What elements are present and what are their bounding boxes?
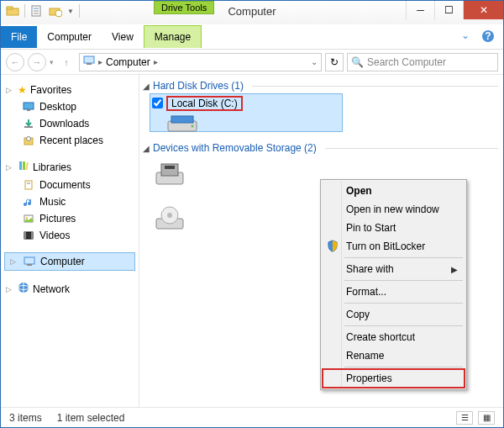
- devices-group-header[interactable]: ◢ Devices with Removable Storage (2): [139, 137, 503, 156]
- ctx-create-shortcut[interactable]: Create shortcut: [323, 328, 465, 346]
- refresh-button[interactable]: ↻: [325, 53, 344, 71]
- hdd-group-header[interactable]: ◢ Hard Disk Drives (1): [139, 75, 503, 93]
- recent-locations-icon[interactable]: ▾: [50, 58, 54, 66]
- sidebar-item-videos[interactable]: Videos: [4, 227, 135, 244]
- ctx-share-with[interactable]: Share with▶: [323, 260, 465, 278]
- sidebar-item-desktop[interactable]: Desktop: [4, 98, 135, 115]
- tab-computer[interactable]: Computer: [37, 26, 102, 48]
- qat-dropdown-icon[interactable]: ▼: [67, 8, 74, 15]
- ctx-properties[interactable]: Properties: [323, 369, 465, 388]
- sidebar-item-music[interactable]: Music: [4, 193, 135, 210]
- tab-view[interactable]: View: [102, 26, 144, 48]
- breadcrumb-caret-icon[interactable]: ▸: [98, 57, 102, 66]
- svg-rect-26: [31, 232, 33, 239]
- svg-rect-27: [24, 257, 34, 264]
- sidebar-item-recent-places[interactable]: Recent places: [4, 132, 135, 149]
- ctx-copy[interactable]: Copy: [323, 305, 465, 324]
- chevron-icon[interactable]: ▷: [6, 163, 14, 172]
- favorites-group[interactable]: ▷ ★ Favorites: [4, 82, 135, 98]
- breadcrumb-location[interactable]: Computer: [106, 56, 150, 68]
- forward-button[interactable]: →: [28, 53, 46, 71]
- address-dropdown-icon[interactable]: ⌄: [311, 57, 318, 66]
- ctx-open-new-window[interactable]: Open in new window: [323, 200, 465, 219]
- menu-separator: [344, 303, 463, 304]
- search-box[interactable]: 🔍 Search Computer: [347, 53, 498, 71]
- svg-rect-1: [7, 7, 13, 9]
- sidebar-item-computer[interactable]: ▷ Computer: [4, 252, 135, 271]
- new-folder-qat-icon[interactable]: [49, 4, 62, 18]
- up-button[interactable]: ↑: [57, 53, 76, 71]
- address-bar[interactable]: ▸ Computer ▸ ⌄: [79, 53, 322, 71]
- collapse-icon[interactable]: ◢: [143, 82, 150, 91]
- group-header-label: Hard Disk Drives (1): [153, 80, 244, 92]
- libraries-label: Libraries: [33, 161, 71, 173]
- ctx-pin-to-start[interactable]: Pin to Start: [323, 219, 465, 237]
- sidebar-item-label: Downloads: [39, 118, 89, 129]
- details-view-button[interactable]: ☰: [456, 411, 473, 425]
- ctx-bitlocker[interactable]: Turn on BitLocker: [323, 237, 465, 256]
- minimize-button[interactable]: ─: [406, 1, 434, 19]
- drive-local-disk-c[interactable]: Local Disk (C:): [150, 93, 343, 132]
- ribbon-expand-icon[interactable]: ⌄: [461, 29, 476, 45]
- ctx-format[interactable]: Format...: [323, 283, 465, 301]
- sidebar-item-network[interactable]: ▷ Network: [4, 279, 135, 299]
- svg-rect-20: [25, 181, 32, 189]
- drive-checkbox[interactable]: [152, 98, 163, 108]
- chevron-icon[interactable]: ▷: [10, 257, 18, 266]
- separator: [24, 4, 25, 18]
- menu-separator: [344, 325, 463, 326]
- hard-disk-icon: [166, 113, 198, 135]
- sidebar-item-label: Computer: [40, 256, 85, 267]
- address-bar-row: ← → ▾ ↑ ▸ Computer ▸ ⌄ ↻ 🔍 Search Comput…: [1, 50, 503, 75]
- sidebar-item-documents[interactable]: Documents: [4, 177, 135, 193]
- window-title: Computer: [228, 5, 276, 18]
- svg-rect-10: [84, 56, 94, 63]
- ctx-open[interactable]: Open: [323, 182, 465, 200]
- separator: [79, 4, 80, 18]
- svg-rect-14: [24, 126, 33, 128]
- ctx-rename[interactable]: Rename: [323, 346, 465, 365]
- drive-label-highlight: Local Disk (C:): [166, 96, 243, 111]
- svg-text:?: ?: [485, 30, 491, 42]
- computer-icon: [83, 55, 95, 69]
- menu-separator: [344, 280, 463, 281]
- svg-rect-11: [87, 63, 92, 65]
- chevron-icon[interactable]: ▷: [6, 285, 14, 293]
- back-button[interactable]: ←: [6, 53, 24, 71]
- breadcrumb-caret-icon[interactable]: ▸: [154, 57, 158, 66]
- collapse-icon[interactable]: ◢: [143, 144, 150, 153]
- chevron-icon[interactable]: ▷: [6, 86, 14, 94]
- menu-separator: [344, 367, 463, 367]
- favorites-label: Favorites: [30, 84, 71, 96]
- tiles-view-button[interactable]: ▦: [478, 411, 495, 425]
- window-controls: ─ ☐ ✕: [406, 1, 503, 19]
- properties-qat-icon[interactable]: [30, 4, 44, 18]
- maximize-button[interactable]: ☐: [434, 1, 463, 19]
- sidebar-item-pictures[interactable]: Pictures: [4, 210, 135, 227]
- search-icon: 🔍: [351, 56, 364, 68]
- tab-manage[interactable]: Manage: [144, 25, 202, 48]
- close-button[interactable]: ✕: [463, 1, 503, 19]
- content-pane: ◢ Hard Disk Drives (1) Local Disk (C:) ◢…: [139, 75, 503, 407]
- svg-rect-37: [165, 166, 175, 169]
- svg-point-23: [26, 217, 28, 219]
- network-icon: [18, 282, 29, 296]
- svg-rect-12: [24, 103, 34, 109]
- svg-point-40: [167, 213, 172, 218]
- item-count: 3 items: [9, 412, 42, 424]
- sidebar-item-downloads[interactable]: Downloads: [4, 115, 135, 132]
- libraries-group[interactable]: ▷ Libraries: [4, 157, 135, 177]
- help-icon[interactable]: ?: [481, 29, 496, 45]
- sidebar-item-label: Pictures: [39, 213, 76, 225]
- tab-file[interactable]: File: [1, 26, 37, 48]
- selection-count: 1 item selected: [57, 412, 125, 424]
- sidebar-item-label: Desktop: [39, 101, 76, 113]
- dvd-drive-icon[interactable]: [153, 203, 186, 236]
- floppy-drive-icon[interactable]: [153, 159, 186, 192]
- group-header-label: Devices with Removable Storage (2): [153, 142, 317, 154]
- shield-icon: [326, 240, 339, 253]
- svg-rect-33: [171, 116, 193, 123]
- status-bar: 3 items 1 item selected ☰ ▦: [1, 407, 503, 427]
- svg-point-16: [27, 137, 31, 141]
- menu-separator: [344, 257, 463, 258]
